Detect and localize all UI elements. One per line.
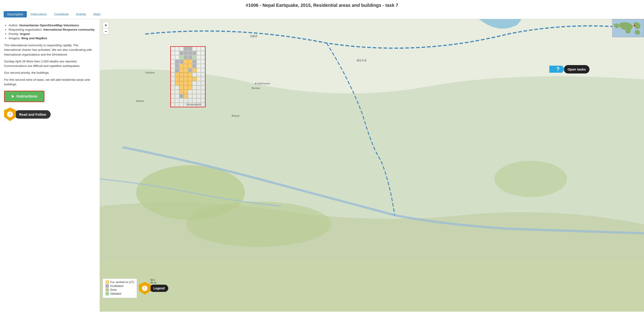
task-cell[interactable] xyxy=(180,90,184,94)
task-cell[interactable] xyxy=(180,73,184,77)
task-cell[interactable] xyxy=(188,103,192,107)
open-tasks-label[interactable]: Open tasks xyxy=(564,65,590,73)
task-cell[interactable] xyxy=(201,55,205,59)
task-cell[interactable] xyxy=(171,68,175,72)
task-cell[interactable] xyxy=(175,77,179,81)
tab-instructions[interactable]: Instructions xyxy=(27,11,50,17)
task-cell[interactable] xyxy=(197,94,201,98)
task-cell[interactable] xyxy=(201,103,205,107)
task-cell[interactable] xyxy=(184,68,188,72)
task-cell[interactable] xyxy=(197,68,201,72)
task-cell[interactable] xyxy=(180,77,184,81)
task-cell[interactable] xyxy=(192,68,196,72)
task-cell[interactable] xyxy=(171,55,175,59)
task-cell[interactable] xyxy=(197,51,201,55)
task-cell[interactable] xyxy=(175,85,179,90)
task-cell[interactable] xyxy=(197,64,201,68)
task-cell[interactable] xyxy=(188,81,192,85)
tab-contribute[interactable]: Contribute xyxy=(50,11,72,17)
task-cell[interactable] xyxy=(188,73,192,77)
task-cell[interactable] xyxy=(201,64,205,68)
task-cell[interactable] xyxy=(201,94,205,98)
task-cell[interactable] xyxy=(180,103,184,107)
task-cell[interactable] xyxy=(175,94,179,98)
instructions-button[interactable]: ➤ Instructions xyxy=(4,91,44,102)
task-cell[interactable] xyxy=(171,81,175,85)
task-cell[interactable] xyxy=(180,60,184,64)
task-cell[interactable] xyxy=(201,73,205,77)
task-cell[interactable] xyxy=(197,55,201,59)
task-cell[interactable] xyxy=(188,64,192,68)
tab-activity[interactable]: Activity xyxy=(72,11,90,17)
read-follow-button[interactable]: Read and Follow xyxy=(14,110,51,119)
task-cell[interactable] xyxy=(171,77,175,81)
task-cell[interactable] xyxy=(180,81,184,85)
task-cell[interactable] xyxy=(201,81,205,85)
task-cell[interactable] xyxy=(192,85,196,90)
task-cell[interactable] xyxy=(192,77,196,81)
task-cell[interactable] xyxy=(175,81,179,85)
task-cell[interactable] xyxy=(192,51,196,55)
task-cell[interactable] xyxy=(184,77,188,81)
task-cell[interactable] xyxy=(184,81,188,85)
task-cell[interactable] xyxy=(188,85,192,90)
task-cell[interactable] xyxy=(201,77,205,81)
task-cell[interactable] xyxy=(171,47,175,51)
task-cell[interactable] xyxy=(197,77,201,81)
task-cell[interactable] xyxy=(171,94,175,98)
task-cell[interactable] xyxy=(188,90,192,94)
task-cell[interactable] xyxy=(184,51,188,55)
task-cell[interactable] xyxy=(175,73,179,77)
task-cell[interactable] xyxy=(171,98,175,102)
task-cell[interactable] xyxy=(184,55,188,59)
task-cell[interactable] xyxy=(192,90,196,94)
task-cell[interactable] xyxy=(201,98,205,102)
task-cell[interactable] xyxy=(192,103,196,107)
zoom-in-button[interactable]: + xyxy=(103,22,109,28)
task-cell[interactable] xyxy=(192,64,196,68)
task-cell[interactable] xyxy=(201,51,205,55)
legend-label-btn[interactable]: Legend xyxy=(150,285,168,292)
task-cell[interactable] xyxy=(175,103,179,107)
task-cell[interactable] xyxy=(180,64,184,68)
task-cell[interactable] xyxy=(188,98,192,102)
task-cell[interactable] xyxy=(171,73,175,77)
task-cell[interactable] xyxy=(201,90,205,94)
task-cell[interactable] xyxy=(192,55,196,59)
task-cell[interactable] xyxy=(180,94,184,98)
task-cell[interactable] xyxy=(201,47,205,51)
task-cell[interactable] xyxy=(184,103,188,107)
task-cell[interactable] xyxy=(201,85,205,90)
task-cell[interactable] xyxy=(197,103,201,107)
task-cell[interactable] xyxy=(188,47,192,51)
task-cell[interactable] xyxy=(175,64,179,68)
task-cell[interactable] xyxy=(197,47,201,51)
task-cell[interactable] xyxy=(171,85,175,90)
task-cell[interactable] xyxy=(180,98,184,102)
task-cell[interactable] xyxy=(184,47,188,51)
tab-stats[interactable]: Stats xyxy=(90,11,104,17)
task-cell[interactable] xyxy=(171,64,175,68)
task-cell[interactable] xyxy=(180,68,184,72)
task-cell[interactable] xyxy=(192,73,196,77)
task-cell[interactable] xyxy=(180,85,184,90)
task-cell[interactable] xyxy=(188,60,192,64)
task-cell[interactable] xyxy=(184,90,188,94)
task-cell[interactable] xyxy=(192,60,196,64)
task-cell[interactable] xyxy=(188,94,192,98)
zoom-out-button[interactable]: − xyxy=(103,28,109,34)
task-cell[interactable] xyxy=(197,85,201,90)
task-cell[interactable] xyxy=(171,103,175,107)
task-cell[interactable] xyxy=(188,55,192,59)
task-cell[interactable] xyxy=(171,51,175,55)
task-cell[interactable] xyxy=(184,64,188,68)
task-cell[interactable] xyxy=(171,90,175,94)
task-cell[interactable] xyxy=(197,90,201,94)
task-cell[interactable] xyxy=(180,51,184,55)
task-cell[interactable] xyxy=(188,68,192,72)
task-cell[interactable] xyxy=(192,47,196,51)
task-cell[interactable] xyxy=(184,98,188,102)
task-cell[interactable] xyxy=(184,60,188,64)
task-cell[interactable] xyxy=(188,51,192,55)
task-cell[interactable] xyxy=(201,68,205,72)
